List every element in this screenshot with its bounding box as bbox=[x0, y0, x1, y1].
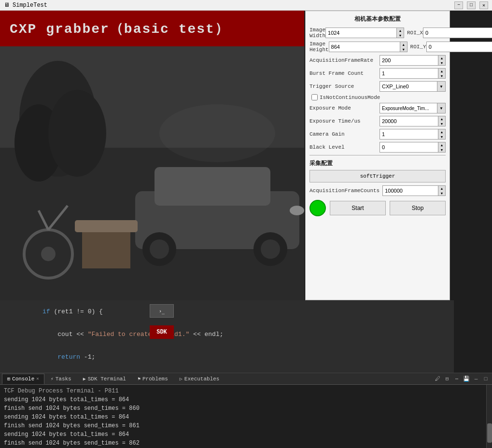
config-panel: 相机基本参数配置 Image Width ▲ ▼ ROI_X ▲ ▼ bbox=[305, 11, 450, 300]
acq-frame-counts-input[interactable] bbox=[382, 185, 438, 196]
soft-trigger-button[interactable]: softTrigger bbox=[309, 170, 446, 182]
image-height-up[interactable]: ▲ bbox=[400, 42, 407, 47]
acq-frame-rate-input[interactable] bbox=[380, 55, 438, 66]
close-button[interactable]: ✕ bbox=[479, 1, 488, 9]
burst-frame-count-up[interactable]: ▲ bbox=[438, 69, 445, 73]
console-line-2: finish send 1024 bytes send_times = 860 bbox=[4, 404, 488, 413]
exposure-mode-dropdown: ▼ bbox=[380, 103, 446, 113]
console-tab-label: Console bbox=[12, 376, 34, 382]
exposure-mode-input[interactable] bbox=[380, 103, 437, 113]
console-tab-executables[interactable]: ▷ Executables bbox=[174, 374, 225, 384]
svg-point-5 bbox=[48, 90, 106, 177]
trigger-source-input[interactable] bbox=[380, 81, 437, 92]
acq-frame-counts-spinner: ▲ ▼ bbox=[382, 185, 446, 196]
camera-gain-spinner: ▲ ▼ bbox=[380, 129, 446, 140]
burst-frame-count-label: Burst Frame Count bbox=[309, 70, 380, 76]
console-scrollbar[interactable] bbox=[486, 385, 492, 448]
exposure-time-label: Exposure Time/us bbox=[309, 118, 380, 124]
image-width-up[interactable]: ▲ bbox=[397, 28, 404, 33]
camera-gain-down[interactable]: ▼ bbox=[438, 134, 445, 139]
burst-frame-count-spinner-btns: ▲ ▼ bbox=[438, 68, 446, 79]
console-close-icon[interactable]: ✕ bbox=[36, 376, 39, 381]
camera-image-area: CXP grabber（basic test） bbox=[0, 11, 304, 300]
is-not-continuous-row: IsNotContinuousMode bbox=[309, 94, 446, 100]
console-tabs: ⊞ Console ✕ ⚡ Tasks ▶ SDK Terminal ⚑ Pro… bbox=[0, 373, 492, 385]
svg-point-19 bbox=[159, 104, 275, 162]
console-tab-tasks[interactable]: ⚡ Tasks bbox=[45, 374, 77, 384]
section-divider bbox=[309, 155, 446, 155]
roi-y-label: ROI_Y bbox=[410, 44, 426, 50]
exposure-mode-dropdown-btn[interactable]: ▼ bbox=[437, 103, 446, 113]
is-not-continuous-checkbox[interactable] bbox=[311, 94, 318, 100]
console-toolbar-new[interactable]: 🖊 bbox=[433, 375, 442, 383]
exposure-time-down[interactable]: ▼ bbox=[438, 121, 445, 126]
black-level-input[interactable] bbox=[380, 142, 438, 153]
camera-gain-input[interactable] bbox=[380, 129, 438, 140]
image-height-down[interactable]: ▼ bbox=[400, 47, 407, 52]
acq-frame-rate-up[interactable]: ▲ bbox=[438, 56, 445, 60]
acquisition-section-label: 采集配置 bbox=[309, 159, 446, 168]
black-level-down[interactable]: ▼ bbox=[438, 147, 445, 152]
console-tab-icon: ⊞ bbox=[7, 376, 10, 382]
acq-frame-counts-spinner-btns: ▲ ▼ bbox=[438, 185, 446, 196]
maximize-button[interactable]: □ bbox=[467, 1, 476, 9]
sdk-terminal-icon: ▶ bbox=[83, 376, 86, 382]
burst-frame-count-spinner: ▲ ▼ bbox=[380, 68, 446, 79]
exposure-time-spinner-btns: ▲ ▼ bbox=[438, 116, 446, 126]
svg-point-12 bbox=[290, 206, 304, 215]
console-toolbar-maximize[interactable]: □ bbox=[481, 375, 490, 383]
acq-frame-rate-spinner-btns: ▲ ▼ bbox=[438, 55, 446, 66]
roi-x-label: ROI_X bbox=[407, 30, 423, 36]
black-level-label: Black Level bbox=[309, 144, 380, 150]
titlebar-title: SimpleTest bbox=[13, 2, 47, 9]
acq-frame-rate-down[interactable]: ▼ bbox=[438, 60, 445, 65]
image-height-spinner: ▲ ▼ bbox=[329, 42, 408, 52]
console-tab-problems[interactable]: ⚑ Problems bbox=[132, 374, 173, 384]
exposure-time-input[interactable] bbox=[380, 116, 438, 126]
image-width-down[interactable]: ▼ bbox=[397, 33, 404, 38]
console-tab-sdk-terminal[interactable]: ▶ SDK Terminal bbox=[78, 374, 131, 384]
image-height-input[interactable] bbox=[329, 42, 400, 52]
roi-x-input[interactable] bbox=[423, 28, 492, 38]
camera-gain-label: Camera Gain bbox=[309, 131, 380, 137]
console-toolbar-display[interactable]: ⊟ bbox=[443, 375, 451, 383]
console-area: ⊞ Console ✕ ⚡ Tasks ▶ SDK Terminal ⚑ Pro… bbox=[0, 373, 492, 448]
image-width-row: Image Width ▲ ▼ ROI_X ▲ ▼ bbox=[309, 27, 446, 39]
terminal-button[interactable]: ›_ bbox=[150, 304, 174, 318]
terminal-icon-symbol: ›_ bbox=[159, 308, 165, 314]
trigger-source-dropdown-btn[interactable]: ▼ bbox=[437, 81, 446, 92]
camera-gain-up[interactable]: ▲ bbox=[438, 129, 445, 134]
minimize-button[interactable]: − bbox=[454, 1, 463, 9]
stop-button[interactable]: Stop bbox=[390, 201, 446, 215]
burst-frame-count-input[interactable] bbox=[380, 68, 438, 79]
acq-frame-counts-down[interactable]: ▼ bbox=[438, 191, 445, 196]
black-level-up[interactable]: ▲ bbox=[438, 142, 445, 147]
acq-frame-counts-row: AcquisitionFrameCounts ▲ ▼ bbox=[309, 185, 446, 196]
console-toolbar-save[interactable]: 💾 bbox=[462, 375, 471, 383]
scrollbar-thumb[interactable] bbox=[487, 423, 492, 443]
acq-frame-counts-up[interactable]: ▲ bbox=[438, 186, 445, 191]
black-level-row: Black Level ▲ ▼ bbox=[309, 142, 446, 153]
black-level-spinner-btns: ▲ ▼ bbox=[438, 142, 446, 153]
console-line-4: finish send 1024 bytes send_times = 861 bbox=[4, 421, 488, 430]
camera-preview bbox=[0, 46, 304, 293]
titlebar-controls: − □ ✕ bbox=[454, 1, 488, 9]
roi-y-input[interactable] bbox=[426, 42, 492, 52]
image-width-input[interactable] bbox=[325, 28, 396, 38]
exposure-time-up[interactable]: ▲ bbox=[438, 116, 445, 121]
console-tab-console[interactable]: ⊞ Console ✕ bbox=[2, 374, 44, 384]
status-indicator bbox=[309, 200, 326, 216]
trigger-source-row: Trigger Source ▼ bbox=[309, 81, 446, 92]
svg-point-9 bbox=[150, 239, 169, 259]
burst-frame-count-down[interactable]: ▼ bbox=[438, 73, 445, 78]
start-button[interactable]: Start bbox=[330, 201, 386, 215]
console-line-6: finish send 1024 bytes send_times = 862 bbox=[4, 439, 488, 448]
console-toolbar-more[interactable]: ⋯ bbox=[452, 375, 461, 383]
preview-svg bbox=[0, 46, 304, 293]
exposure-time-spinner: ▲ ▼ bbox=[380, 116, 446, 126]
sdk-terminal-label: SDK Terminal bbox=[88, 376, 126, 382]
executables-icon: ▷ bbox=[180, 376, 183, 382]
console-toolbar-minimize[interactable]: — bbox=[472, 375, 480, 383]
code-line-2: cout << "Failed to create thread1." << e… bbox=[0, 323, 454, 346]
titlebar-icon: 🖥 bbox=[4, 1, 10, 9]
